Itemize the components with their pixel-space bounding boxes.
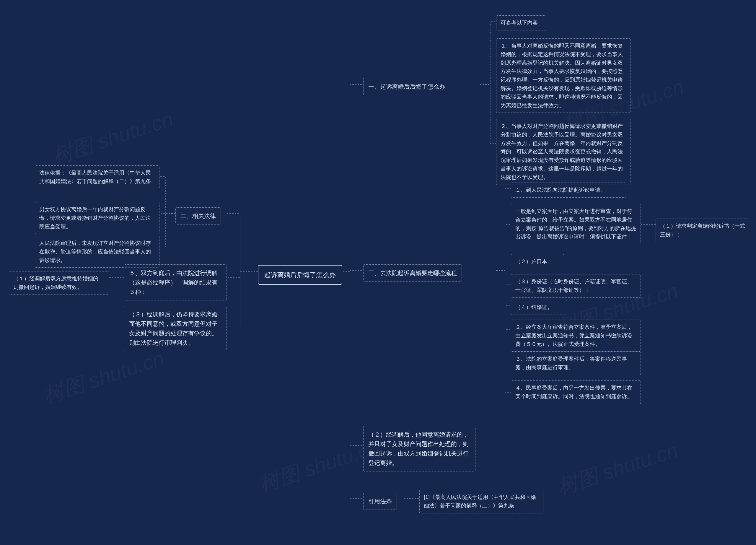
section-5-a: [1]《最高人民法院关于适用〈中华人民共和国婚姻法〉若干问题的解释（二）》第九条 xyxy=(419,490,543,513)
section-3-b3: （３）身份证（临时身份证、户籍证明、军官证、士官证、军队文职干部证等）； xyxy=(511,274,641,298)
section-2-b: 男女双方协议离婚后一年内就财产分割问题反悔，请求变更或者撤销财产分割协议的，人民… xyxy=(35,202,159,234)
section-4-title: ５、双方到庭后，由法院进行调解（这是必经程序）。调解的结果有３种： xyxy=(124,264,227,300)
section-4-b: （２）经调解后，他同意离婚请求的，并且对子女及财产问题作出处理的，则撤回起诉，由… xyxy=(363,426,475,471)
section-1-title: 一、起诉离婚后后悔了怎么办 xyxy=(363,78,450,95)
section-5-title: 引用法条 xyxy=(363,493,397,510)
section-1-b: １、当事人对离婚反悔的即又不同意离婚，要求恢复婚姻的，根据规定这种情况法院不受理… xyxy=(496,38,630,113)
section-2-a: 法律依据：《最高人民法院关于适用〈中华人民共和国婚姻法〉若干问题的解释（二）》第… xyxy=(35,165,159,189)
section-3-d: ３、法院的立案庭受理案件后，将案件移送民事庭，由民事庭进行审理。 xyxy=(511,352,641,375)
section-2-title: 二、相关法律 xyxy=(175,207,221,224)
section-3-b1: （１）请求判定离婚的起诉书（一式三份）； xyxy=(656,219,750,242)
section-1-c: ２、当事人对财产分割问题反悔请求变更或撤销财产分割协议的，人民法院予以受理。离婚… xyxy=(496,119,630,185)
watermark: 树图 shutu.cn xyxy=(49,105,177,170)
section-3-c: ２、经立案大厅审查符合立案条件，准予立案后，由立案庭发出立案通知书，凭立案通知书… xyxy=(511,320,641,352)
watermark: 树图 shutu.cn xyxy=(40,345,168,410)
section-4-c: （３）经调解后，仍坚持要求离婚而他不同意的，或双方同意但对子女及财产问题的处理存… xyxy=(124,306,227,351)
section-3-b2: （２）户口本； xyxy=(511,254,564,269)
section-3-a: １、到人民法院向法院提起诉讼申请。 xyxy=(511,183,626,198)
section-3-e: ４、民事庭受案后，向另一方发出传票，要求其在某个时间到庭应诉。同时，法院也通知到… xyxy=(511,380,641,404)
section-3-title: 三、去法院起诉离婚要走哪些流程 xyxy=(363,264,462,282)
section-2-c: 人民法院审理后，未发现订立财产分割协议时存在欺诈、胁迫等情形的，应当依法驳回当事… xyxy=(35,236,159,268)
section-1-a: 可参考以下内容 xyxy=(496,15,546,30)
section-4-a: （１）经调解后双方愿意维持婚姻的，则撤回起诉，婚姻继续有效。 xyxy=(9,271,109,295)
watermark: 树图 shutu.cn xyxy=(554,436,682,501)
section-3-b: 一般是到立案大厅，由立案大厅进行审查，对于符合立案条件的，给予立案。如果双方不在… xyxy=(511,204,641,244)
section-3-b4: （４）结婚证。 xyxy=(511,300,567,315)
center-node: 起诉离婚后后悔了怎么办 xyxy=(258,265,342,285)
